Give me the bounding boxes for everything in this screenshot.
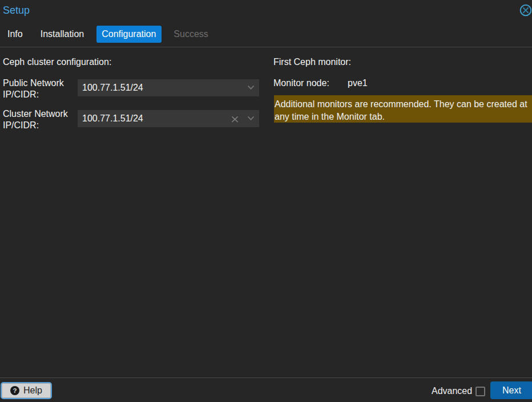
svg-text:?: ? bbox=[13, 387, 17, 394]
